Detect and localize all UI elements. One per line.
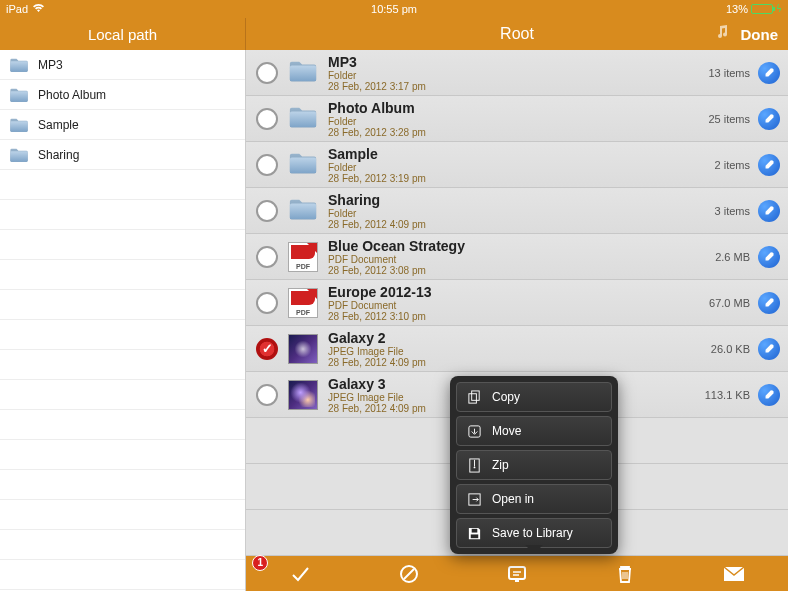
file-name: Galaxy 2 [328,330,680,346]
edit-button[interactable] [758,154,780,176]
popover-save[interactable]: Save to Library [456,518,612,548]
page-title: Root [500,25,534,43]
popover-label: Copy [492,390,520,404]
folder-icon [288,196,318,226]
file-date: 28 Feb, 2012 3:19 pm [328,173,680,184]
sidebar-item[interactable]: Photo Album [0,80,245,110]
file-name: MP3 [328,54,680,70]
file-date: 28 Feb, 2012 3:10 pm [328,311,680,322]
file-info: MP3Folder28 Feb, 2012 3:17 pm [328,54,680,92]
file-row[interactable]: PDFEurope 2012-13PDF Document28 Feb, 201… [246,280,788,326]
file-row[interactable]: Galaxy 2JPEG Image File28 Feb, 2012 4:09… [246,326,788,372]
edit-button[interactable] [758,292,780,314]
zip-icon [467,458,482,473]
select-checkbox[interactable] [256,338,278,360]
edit-button[interactable] [758,108,780,130]
select-all-button[interactable] [280,563,320,585]
file-info: SampleFolder28 Feb, 2012 3:19 pm [328,146,680,184]
battery-pct: 13% [726,3,748,15]
file-meta: 113.1 KB [680,389,750,401]
sidebar-item-label: Sharing [38,148,79,162]
file-kind: PDF Document [328,254,680,265]
file-kind: JPEG Image File [328,346,680,357]
file-date: 28 Feb, 2012 3:17 pm [328,81,680,92]
file-meta: 67.0 MB [680,297,750,309]
edit-button[interactable] [758,384,780,406]
file-meta: 13 items [680,67,750,79]
device-label: iPad [6,3,28,15]
file-name: Sharing [328,192,680,208]
file-row[interactable]: SampleFolder28 Feb, 2012 3:19 pm2 items [246,142,788,188]
save-icon [467,526,482,541]
file-kind: PDF Document [328,300,680,311]
popover-move[interactable]: Move [456,416,612,446]
action-popover: Copy Move Zip Open in Save to Library [450,376,618,554]
charging-icon: ϟ [776,4,782,14]
select-checkbox[interactable] [256,62,278,84]
file-row[interactable]: Photo AlbumFolder28 Feb, 2012 3:28 pm25 … [246,96,788,142]
file-info: Europe 2012-13PDF Document28 Feb, 2012 3… [328,284,680,322]
popover-openin[interactable]: Open in [456,484,612,514]
popover-zip[interactable]: Zip [456,450,612,480]
folder-icon [8,87,30,103]
svg-line-1 [404,569,414,579]
move-icon [467,424,482,439]
svg-point-14 [474,466,476,468]
svg-rect-9 [469,393,477,402]
select-checkbox[interactable] [256,384,278,406]
popover-copy[interactable]: Copy [456,382,612,412]
action-menu-button[interactable] [497,564,537,584]
select-checkbox[interactable] [256,292,278,314]
popover-label: Save to Library [492,526,573,540]
popover-label: Zip [492,458,509,472]
select-checkbox[interactable] [256,108,278,130]
folder-icon [8,147,30,163]
folder-icon [288,150,318,180]
select-checkbox[interactable] [256,154,278,176]
edit-button[interactable] [758,246,780,268]
pdf-icon: PDF [288,288,318,318]
file-name: Blue Ocean Strategy [328,238,680,254]
sidebar-item[interactable]: Sharing [0,140,245,170]
file-date: 28 Feb, 2012 4:09 pm [328,219,680,230]
image-thumbnail [288,380,318,410]
edit-button[interactable] [758,338,780,360]
svg-rect-10 [472,390,480,399]
deselect-button[interactable] [389,564,429,584]
file-row[interactable]: SharingFolder28 Feb, 2012 4:09 pm3 items [246,188,788,234]
sidebar-item-label: MP3 [38,58,63,72]
file-kind: Folder [328,162,680,173]
music-icon[interactable] [714,24,730,44]
edit-button[interactable] [758,62,780,84]
file-name: Europe 2012-13 [328,284,680,300]
done-button[interactable]: Done [741,26,779,43]
file-name: Sample [328,146,680,162]
main-header: Root Done [246,18,788,50]
battery-icon [751,4,773,14]
sidebar-item[interactable]: Sample [0,110,245,140]
file-date: 28 Feb, 2012 3:08 pm [328,265,680,276]
folder-icon [8,117,30,133]
file-row[interactable]: PDFBlue Ocean StrategyPDF Document28 Feb… [246,234,788,280]
file-date: 28 Feb, 2012 4:09 pm [328,357,680,368]
sidebar-item[interactable]: MP3 [0,50,245,80]
delete-button[interactable] [605,564,645,584]
select-checkbox[interactable] [256,200,278,222]
image-thumbnail [288,334,318,364]
file-row[interactable]: MP3Folder28 Feb, 2012 3:17 pm13 items [246,50,788,96]
edit-button[interactable] [758,200,780,222]
openin-icon [467,492,482,507]
file-info: Blue Ocean StrategyPDF Document28 Feb, 2… [328,238,680,276]
sidebar-item-label: Photo Album [38,88,106,102]
file-kind: Folder [328,70,680,81]
file-kind: Folder [328,116,680,127]
file-meta: 2.6 MB [680,251,750,263]
folder-icon [8,57,30,73]
file-info: Photo AlbumFolder28 Feb, 2012 3:28 pm [328,100,680,138]
file-meta: 2 items [680,159,750,171]
mail-button[interactable] [714,566,754,582]
file-meta: 26.0 KB [680,343,750,355]
svg-rect-2 [509,567,525,579]
file-date: 28 Feb, 2012 3:28 pm [328,127,680,138]
select-checkbox[interactable] [256,246,278,268]
